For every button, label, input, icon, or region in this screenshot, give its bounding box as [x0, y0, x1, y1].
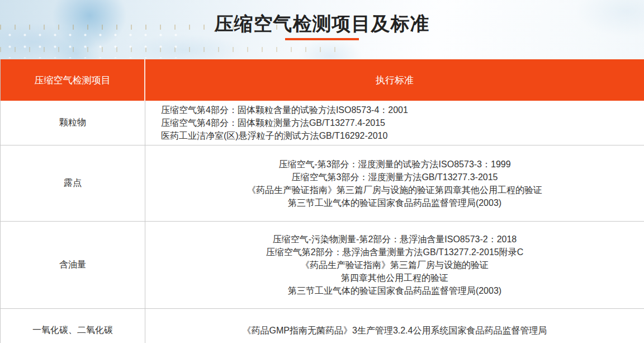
standards-cell: 《药品GMP指南无菌药品》3生产管理3.2.4公用系统国家食品药品监督管理局: [145, 309, 644, 343]
table-body: 颗粒物压缩空气第4部分：固体颗粒含量的试验方法ISO8573-4：2001压缩空…: [1, 101, 644, 343]
table-row: 颗粒物压缩空气第4部分：固体颗粒含量的试验方法ISO8573-4：2001压缩空…: [1, 101, 644, 145]
table-row: 一氧化碳、二氧化碳《药品GMP指南无菌药品》3生产管理3.2.4公用系统国家食品…: [1, 309, 644, 343]
title-block: 压缩空气检测项目及标准: [0, 0, 644, 40]
standard-line: 压缩空气第4部分：固体颗粒测量方法GB/T13277.4-2015: [161, 116, 385, 129]
standard-line: 《药品生产验证指南》第三篇厂房与设施的验证: [301, 259, 489, 271]
standard-line: 《药品生产验证指南》第三篇厂房与设施的验证第四章其他公用工程的验证: [247, 184, 542, 196]
table-row: 含油量压缩空气-污染物测量-第2部分：悬浮油含量ISO8573-2：2018压缩…: [1, 222, 644, 309]
standards-cell: 压缩空气第4部分：固体颗粒含量的试验方法ISO8573-4：2001压缩空气第4…: [145, 101, 644, 145]
page-title: 压缩空气检测项目及标准: [0, 11, 644, 36]
page-banner: 压缩空气检测项目及标准: [0, 0, 644, 59]
table-header-row: 压缩空气检测项目 执行标准: [1, 59, 644, 101]
table-row: 露点压缩空气-第3部分：湿度测量的试验方法ISO8573-3：1999压缩空气第…: [1, 145, 644, 222]
standard-line: 医药工业洁净室(区)悬浮粒子的测试方法GB/T16292-2010: [161, 129, 387, 142]
title-underline: [285, 38, 359, 40]
standard-line: 压缩空气-污染物测量-第2部分：悬浮油含量ISO8573-2：2018: [273, 233, 517, 246]
standard-line: 第四章其他公用工程的验证: [341, 271, 448, 284]
standard-line: 第三节工业气体的验证国家食品药品监督管理局(2003): [288, 196, 501, 209]
standard-line: 《药品GMP指南无菌药品》3生产管理3.2.4公用系统国家食品药品监督管理局: [243, 324, 547, 337]
test-item-cell: 一氧化碳、二氧化碳: [1, 309, 145, 343]
standard-line: 压缩空气第4部分：固体颗粒含量的试验方法ISO8573-4：2001: [161, 104, 408, 116]
standard-line: 压缩空气第3部分：湿度测量方法GB/T13277.3-2015: [292, 171, 498, 184]
test-item-cell: 含油量: [1, 222, 145, 308]
standard-line: 第三节工业气体的验证国家食品药品监督管理局(2003): [288, 284, 501, 297]
test-item-cell: 露点: [1, 145, 145, 221]
test-item-cell: 颗粒物: [1, 101, 145, 145]
standard-line: 压缩空气-第3部分：湿度测量的试验方法ISO8573-3：1999: [278, 158, 510, 171]
column-header-standard: 执行标准: [145, 59, 644, 101]
standards-table: 压缩空气检测项目 执行标准 颗粒物压缩空气第4部分：固体颗粒含量的试验方法ISO…: [0, 59, 644, 343]
standards-cell: 压缩空气-第3部分：湿度测量的试验方法ISO8573-3：1999压缩空气第3部…: [145, 145, 644, 221]
standard-line: 压缩空气第2部分：悬浮油含量测量方法GB/T13277.2-2015附录C: [266, 246, 524, 259]
column-header-test-item: 压缩空气检测项目: [1, 59, 145, 101]
standards-cell: 压缩空气-污染物测量-第2部分：悬浮油含量ISO8573-2：2018压缩空气第…: [145, 222, 644, 308]
